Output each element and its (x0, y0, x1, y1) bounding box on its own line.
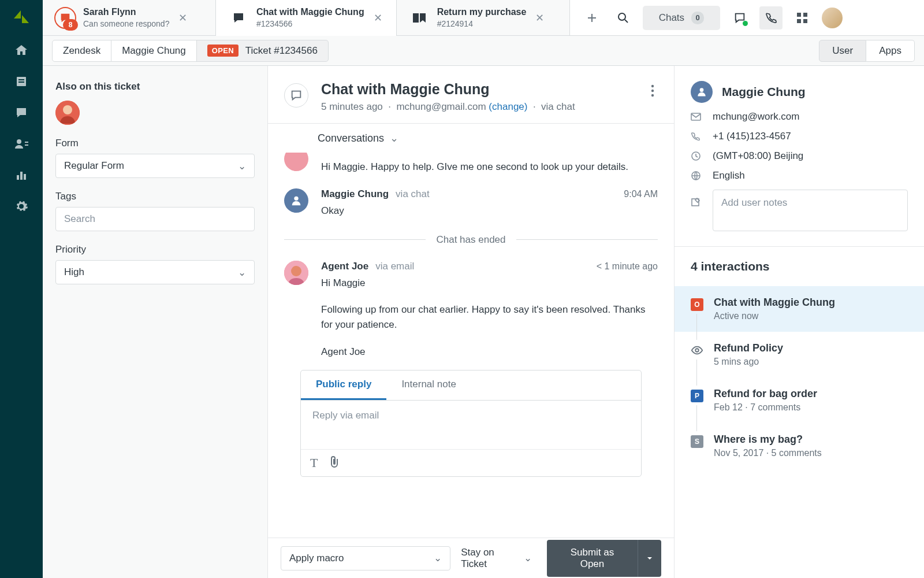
priority-select[interactable]: High ⌄ (55, 260, 255, 284)
search-icon[interactable] (612, 6, 635, 29)
svg-rect-10 (797, 13, 801, 17)
user-email[interactable]: mchung@work.com (691, 111, 908, 123)
message-text: Hi Maggie (321, 276, 658, 291)
user-notes-input[interactable]: Add user notes (713, 190, 908, 231)
globe-icon (691, 171, 702, 181)
text-format-icon[interactable]: T (310, 455, 318, 470)
user-info-panel: Maggie Chung mchung@work.com +1 (415)123… (675, 66, 924, 578)
ticket-icon (408, 7, 430, 29)
profile-avatar[interactable] (822, 8, 843, 28)
mail-icon (691, 113, 702, 121)
close-icon[interactable]: ✕ (533, 9, 546, 27)
apps-grid-icon[interactable] (791, 6, 814, 29)
svg-point-17 (651, 90, 654, 92)
attachment-icon[interactable] (329, 455, 340, 470)
views-icon[interactable] (14, 74, 29, 89)
phone-icon[interactable] (759, 6, 783, 29)
new-tab-button[interactable] (580, 6, 603, 29)
message-text: Hi Maggie. Happy to help. GIve me one se… (321, 160, 658, 175)
tab-title: Sarah Flynn (83, 6, 169, 18)
chevron-down-icon: ⌄ (524, 552, 532, 564)
change-email-link[interactable]: (change) (489, 101, 527, 112)
talk-icon[interactable] (728, 6, 751, 29)
tab-chat-maggie[interactable]: Chat with Maggie Chung #1234566 ✕ (216, 0, 397, 35)
message-thread[interactable]: Hi Maggie. Happy to help. GIve me one se… (268, 153, 674, 538)
interaction-item[interactable]: S Where is my bag? Nov 5, 2017 · 5 comme… (675, 423, 924, 469)
stay-on-ticket-dropdown[interactable]: Stay on Ticket ⌄ (461, 547, 532, 570)
status-badge: OPEN (207, 45, 239, 57)
svg-rect-13 (803, 19, 807, 23)
submit-dropdown[interactable] (638, 540, 661, 577)
crumb-org[interactable]: Zendesk (52, 40, 111, 62)
apply-macro-select[interactable]: Apply macro ⌄ (281, 546, 450, 570)
tab-title: Return my purchase (437, 6, 527, 18)
chevron-down-icon: ⌄ (238, 266, 246, 279)
user-name: Maggie Chung (722, 85, 806, 99)
also-on-ticket-heading: Also on this ticket (55, 81, 255, 92)
svg-point-21 (291, 266, 301, 276)
message-time: 9:04 AM (624, 189, 658, 199)
user-toggle-button[interactable]: User (819, 40, 866, 62)
chevron-down-icon: ⌄ (390, 132, 398, 144)
reply-textarea[interactable]: Reply via email (301, 401, 641, 449)
message-time: < 1 minute ago (597, 261, 658, 272)
ticket-footer: Apply macro ⌄ Stay on Ticket ⌄ Submit as… (268, 538, 674, 578)
svg-point-22 (700, 88, 704, 92)
reports-icon[interactable] (14, 168, 29, 183)
user-timezone[interactable]: (GMT+08:00) Beijing (691, 150, 908, 162)
chat-icon[interactable] (14, 105, 29, 120)
status-open-icon: O (691, 298, 703, 311)
breadcrumb-bar: Zendesk Maggie Chung OPEN Ticket #123456… (43, 36, 924, 66)
settings-icon[interactable] (14, 199, 29, 214)
svg-rect-8 (24, 174, 26, 180)
notes-icon (691, 198, 702, 207)
toolbar-right: Chats 0 (570, 0, 924, 35)
user-language[interactable]: English (691, 170, 908, 181)
submit-button[interactable]: Submit as Open (547, 540, 638, 577)
message-via: via email (375, 261, 414, 272)
chats-dropdown[interactable]: Chats 0 (643, 6, 720, 30)
interaction-item[interactable]: O Chat with Maggie Chung Active now (675, 286, 924, 332)
crumb-user[interactable]: Maggie Chung (111, 40, 197, 62)
avatar (284, 153, 308, 171)
internal-note-tab[interactable]: Internal note (386, 370, 471, 400)
message-text: Okay (321, 203, 658, 218)
public-reply-tab[interactable]: Public reply (301, 370, 386, 400)
close-icon[interactable]: ✕ (371, 9, 385, 27)
form-select[interactable]: Regular Form ⌄ (55, 154, 255, 178)
tab-subtitle: #2124914 (437, 18, 527, 29)
svg-rect-7 (20, 172, 23, 180)
customers-icon[interactable] (14, 136, 29, 151)
message-author: Maggie Chung (321, 188, 389, 200)
svg-point-27 (695, 349, 699, 352)
apps-toggle-button[interactable]: Apps (866, 40, 915, 62)
tags-input[interactable] (55, 207, 255, 231)
more-menu-icon[interactable] (647, 81, 658, 101)
user-phone[interactable]: +1 (415)123-4567 (691, 131, 908, 142)
svg-point-16 (651, 85, 654, 87)
interaction-item[interactable]: P Refund for bag order Feb 12 · 7 commen… (675, 377, 924, 423)
form-label: Form (55, 138, 255, 149)
user-avatar (691, 81, 713, 103)
conversations-dropdown[interactable]: Conversations ⌄ (268, 123, 674, 153)
close-icon[interactable]: ✕ (176, 9, 189, 27)
svg-rect-4 (25, 142, 28, 143)
agent-avatar[interactable] (55, 101, 80, 125)
message-text: Agent Joe (321, 344, 658, 360)
tab-sarah-flynn[interactable]: Sarah Flynn Can someone respond? ✕ (43, 0, 216, 35)
brand-logo[interactable] (12, 7, 31, 27)
conversation-title: Chat with Maggie Chung (321, 81, 575, 98)
svg-rect-5 (25, 144, 28, 146)
crumb-ticket[interactable]: OPEN Ticket #1234566 (197, 40, 329, 62)
avatar (284, 261, 308, 285)
interactions-list: O Chat with Maggie Chung Active now Refu… (675, 286, 924, 469)
nav-rail (0, 0, 43, 578)
svg-point-15 (63, 105, 72, 114)
interaction-item[interactable]: Refund Policy 5 mins ago (675, 332, 924, 377)
home-icon[interactable] (14, 43, 29, 58)
tab-bar: Sarah Flynn Can someone respond? ✕ Chat … (43, 0, 924, 36)
avatar (284, 188, 308, 213)
tab-return-purchase[interactable]: Return my purchase #2124914 ✕ (397, 0, 570, 35)
svg-rect-6 (17, 175, 19, 180)
status-pending-icon: P (691, 390, 703, 402)
